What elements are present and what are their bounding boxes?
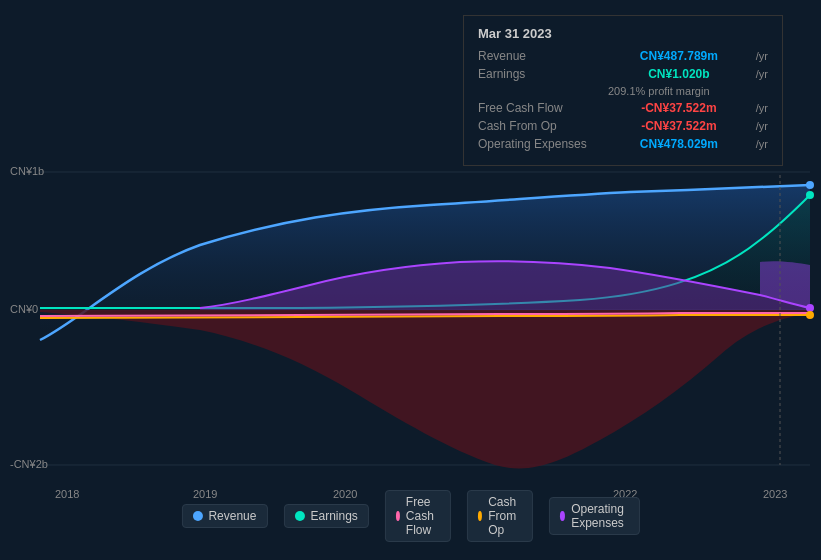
tooltip-row-cashop: Cash From Op -CN¥37.522m /yr (478, 119, 768, 133)
tooltip-row-earnings: Earnings CN¥1.020b /yr (478, 67, 768, 81)
legend-dot-cashop (478, 511, 482, 521)
legend-label-earnings: Earnings (310, 509, 357, 523)
y-label-top: CN¥1b (10, 165, 44, 177)
tooltip-unit-fcf: /yr (756, 102, 768, 114)
legend-label-revenue: Revenue (208, 509, 256, 523)
tooltip-value-revenue: CN¥487.789m (640, 49, 718, 63)
tooltip-value-cashop: -CN¥37.522m (641, 119, 716, 133)
legend-dot-earnings (294, 511, 304, 521)
legend-item-earnings[interactable]: Earnings (283, 504, 368, 528)
legend-dot-revenue (192, 511, 202, 521)
y-label-middle: CN¥0 (10, 303, 38, 315)
tooltip-title: Mar 31 2023 (478, 26, 768, 41)
tooltip-label-fcf: Free Cash Flow (478, 101, 608, 115)
svg-point-5 (806, 181, 814, 189)
tooltip-value-opex: CN¥478.029m (640, 137, 718, 151)
legend-item-cashop[interactable]: Cash From Op (467, 490, 533, 542)
tooltip-unit-earnings: /yr (756, 68, 768, 80)
legend-label-opex: Operating Expenses (571, 502, 628, 530)
tooltip-margin: 209.1% profit margin (478, 85, 768, 97)
legend-label-fcf: Free Cash Flow (406, 495, 440, 537)
legend-dot-fcf (396, 511, 400, 521)
chart-container: CN¥1b CN¥0 -CN¥2b 2018 2019 2020 2021 20… (0, 0, 821, 560)
tooltip-row-revenue: Revenue CN¥487.789m /yr (478, 49, 768, 63)
tooltip-label-opex: Operating Expenses (478, 137, 608, 151)
legend-item-opex[interactable]: Operating Expenses (549, 497, 640, 535)
x-label-2023: 2023 (763, 488, 787, 500)
x-label-2018: 2018 (55, 488, 79, 500)
tooltip: Mar 31 2023 Revenue CN¥487.789m /yr Earn… (463, 15, 783, 166)
legend-item-fcf[interactable]: Free Cash Flow (385, 490, 451, 542)
tooltip-unit-revenue: /yr (756, 50, 768, 62)
tooltip-label-earnings: Earnings (478, 67, 608, 81)
legend-dot-opex (560, 511, 565, 521)
svg-point-8 (806, 311, 814, 319)
tooltip-unit-cashop: /yr (756, 120, 768, 132)
tooltip-label-revenue: Revenue (478, 49, 608, 63)
tooltip-row-fcf: Free Cash Flow -CN¥37.522m /yr (478, 101, 768, 115)
y-label-bottom: -CN¥2b (10, 458, 48, 470)
tooltip-value-fcf: -CN¥37.522m (641, 101, 716, 115)
tooltip-value-earnings: CN¥1.020b (648, 67, 709, 81)
tooltip-unit-opex: /yr (756, 138, 768, 150)
tooltip-label-cashop: Cash From Op (478, 119, 608, 133)
svg-point-6 (806, 191, 814, 199)
tooltip-row-opex: Operating Expenses CN¥478.029m /yr (478, 137, 768, 151)
legend-label-cashop: Cash From Op (488, 495, 522, 537)
svg-point-7 (806, 304, 814, 312)
legend-item-revenue[interactable]: Revenue (181, 504, 267, 528)
legend: Revenue Earnings Free Cash Flow Cash Fro… (181, 490, 639, 542)
